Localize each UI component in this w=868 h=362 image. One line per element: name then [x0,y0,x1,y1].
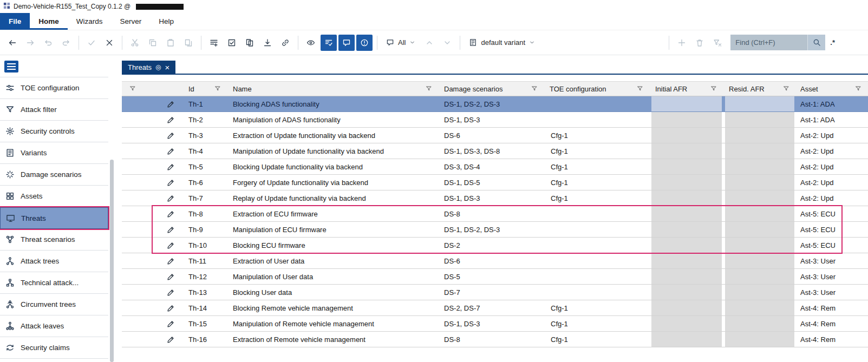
cell-edit[interactable] [122,190,179,206]
cell-edit[interactable] [122,285,179,300]
cell-edit[interactable] [122,269,179,284]
sidebar-item-attack-filter[interactable]: Attack filter [0,99,108,121]
edit-pencil-icon[interactable] [167,257,175,265]
cell-edit[interactable] [122,222,179,237]
cell-edit[interactable] [122,238,179,253]
sidebar-item-attack-trees[interactable]: Attack trees [0,251,108,272]
table-row-th-6[interactable]: Th-6Forgery of Update functionality via … [122,175,868,190]
sidebar-item-damage-scenarios[interactable]: Damage scenarios [0,164,108,186]
cell-toe [544,112,650,127]
export-table-button[interactable] [242,35,258,51]
cell-id: Th-10 [179,238,227,253]
table-row-th-11[interactable]: Th-11Extraction of User dataDS-6Ast-3: U… [122,253,868,269]
sidebar-item-toe-configuration[interactable]: TOE configuration [0,77,108,99]
edit-pencil-icon[interactable] [167,226,175,234]
table-row-th-9[interactable]: Th-9Manipulation of ECU firmwareDS-1, DS… [122,222,868,238]
filter-funnel-icon[interactable] [214,85,221,92]
table-row-th-8[interactable]: Th-8Extraction of ECU firmwareDS-8Ast-5:… [122,206,868,222]
edit-pencil-icon[interactable] [167,194,175,202]
edit-pencil-icon[interactable] [167,116,175,124]
sidebar-item-security-claims[interactable]: Security claims [0,337,108,359]
edit-pencil-icon[interactable] [167,210,175,218]
table-row-th-7[interactable]: Th-7Replay of Update functionality via b… [122,190,868,206]
edit-pencil-icon[interactable] [167,320,175,328]
cell-edit[interactable] [122,316,179,331]
search-icon[interactable] [807,35,825,50]
find-input[interactable] [730,35,807,50]
multi-select-button[interactable] [224,35,240,51]
table-row-th-5[interactable]: Th-5Blocking Update functionality via ba… [122,159,868,175]
sidebar-item-attack-leaves[interactable]: Attack leaves [0,315,108,337]
cell-edit[interactable] [122,143,179,159]
table-row-th-16[interactable]: Th-16Extraction of Remote vehicle manage… [122,332,868,347]
cancel-button[interactable] [101,35,118,51]
import-button[interactable] [259,35,276,51]
filter-funnel-icon[interactable] [637,85,643,92]
edit-pencil-icon[interactable] [167,147,175,155]
menu-wizards[interactable]: Wizards [68,13,112,30]
table-row-th-1[interactable]: Th-1Blocking ADAS functionalityDS-1, DS-… [122,96,868,112]
filter-funnel-icon[interactable] [426,85,432,92]
cell-edit[interactable] [122,206,179,221]
edit-pencil-icon[interactable] [167,179,175,187]
sidebar-item-circumvent-trees[interactable]: Circumvent trees [0,294,108,315]
menu-home[interactable]: Home [30,13,68,30]
validation-button[interactable] [321,35,337,51]
edit-pencil-icon[interactable] [167,131,175,140]
find-box [730,35,825,50]
back-button[interactable] [4,35,21,51]
tab-close-icon[interactable]: × [165,63,170,71]
edit-pencil-icon[interactable] [167,241,175,249]
insert-row-button[interactable] [206,35,222,51]
cell-edit[interactable] [122,96,179,111]
tab-threats[interactable]: Threats ◎ × [122,61,175,74]
edit-pencil-icon[interactable] [167,100,175,108]
redacted-host-name [136,4,184,10]
table-row-th-12[interactable]: Th-12Manipulation of User dataDS-5Ast-3:… [122,269,868,285]
table-row-th-13[interactable]: Th-13Blocking User dataDS-7Ast-3: User [122,285,868,300]
edit-pencil-icon[interactable] [167,304,175,312]
link-button[interactable] [277,35,293,51]
cell-edit[interactable] [122,128,179,143]
sidebar-item-threat-scenarios[interactable]: Threat scenarios [0,229,108,251]
sidebar-item-variants[interactable]: Variants [0,142,108,164]
cell-edit[interactable] [122,159,179,174]
edit-pencil-icon[interactable] [167,273,175,281]
sidebar-item-security-controls[interactable]: Security controls [0,121,108,142]
table-row-th-3[interactable]: Th-3Extraction of Update functionality v… [122,128,868,143]
filter-funnel-icon[interactable] [129,85,136,92]
notifications-button[interactable] [356,35,373,51]
filter-funnel-icon[interactable] [783,85,789,92]
sidebar-scrollbar[interactable] [110,160,114,362]
table-row-th-4[interactable]: Th-4Manipulation of Update functionality… [122,143,868,159]
trace-view-button[interactable] [303,35,319,51]
sidebar-item-threats[interactable]: Threats [0,207,108,229]
cell-edit[interactable] [122,332,179,347]
cell-edit[interactable] [122,112,179,127]
table-row-th-14[interactable]: Th-14Blocking Remote vehicle managementD… [122,300,868,316]
sidebar-item-technical-attack[interactable]: Technical attack... [0,272,108,294]
filter-funnel-icon[interactable] [531,85,538,92]
filter-funnel-icon[interactable] [710,85,717,92]
menu-file[interactable]: File [0,13,30,30]
menu-help[interactable]: Help [150,13,182,30]
cell-resid_afr [723,253,796,268]
cell-edit[interactable] [122,175,179,190]
edit-pencil-icon[interactable] [167,163,175,171]
table-row-th-10[interactable]: Th-10Blocking ECU firmwareDS-2Ast-5: ECU [122,238,868,253]
variant-dropdown[interactable]: default variant [465,35,539,51]
sidebar-item-assets[interactable]: Assets [0,186,108,207]
menu-server[interactable]: Server [112,13,151,30]
regex-toggle[interactable]: .* [827,35,838,51]
filter-funnel-icon[interactable] [855,85,862,92]
sidebar-menu-icon[interactable] [4,61,18,73]
comments-button[interactable] [338,35,355,51]
edit-pencil-icon[interactable] [167,335,175,344]
column-header-edit [122,82,179,96]
cell-edit[interactable] [122,253,179,268]
table-row-th-2[interactable]: Th-2Manipulation of ADAS functionalityDS… [122,112,868,128]
edit-pencil-icon[interactable] [167,288,175,297]
comment-filter-dropdown[interactable]: All [382,35,420,51]
cell-edit[interactable] [122,300,179,315]
table-row-th-15[interactable]: Th-15Manipulation of Remote vehicle mana… [122,316,868,332]
